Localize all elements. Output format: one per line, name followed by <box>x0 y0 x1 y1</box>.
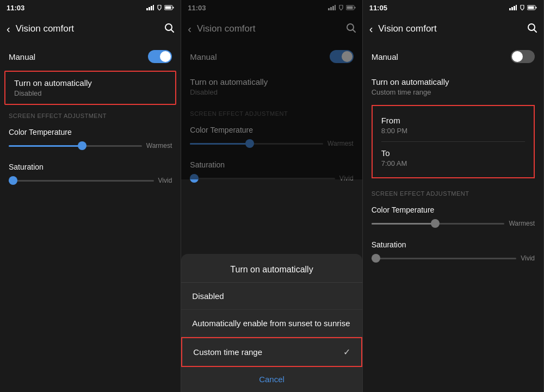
search-button-1[interactable] <box>164 23 174 35</box>
svg-rect-6 <box>173 7 174 9</box>
saturation-slider-1: Saturation Vivid <box>0 157 181 192</box>
saturation-track-3[interactable] <box>372 258 517 259</box>
status-icons-3 <box>509 5 537 10</box>
section-header-1: SCREEN EFFECT ADJUSTMENT <box>0 105 181 122</box>
svg-rect-3 <box>153 5 154 10</box>
cancel-label[interactable]: Cancel <box>259 375 285 384</box>
color-temp-slider-1: Color Temperature Warmest <box>0 122 181 157</box>
option-label-custom: Custom time range <box>193 347 262 357</box>
svg-rect-18 <box>509 8 511 10</box>
section-header-3: SCREEN EFFECT ADJUSTMENT <box>363 183 543 200</box>
color-temp-container-3: Warmest <box>372 220 535 227</box>
manual-label-3: Manual <box>372 52 398 61</box>
to-value: 7:00 AM <box>381 159 525 167</box>
bottom-sheet-title-2: Turn on automatically <box>181 254 362 283</box>
sheet-option-custom[interactable]: Custom time range ✓ <box>181 337 362 367</box>
saturation-label-1: Saturation <box>9 163 172 171</box>
svg-line-8 <box>171 30 174 32</box>
svg-rect-21 <box>516 5 517 10</box>
to-label: To <box>381 148 525 158</box>
search-button-3[interactable] <box>527 23 537 35</box>
from-block[interactable]: From 8:00 PM <box>373 109 534 141</box>
toggle-knob-1 <box>160 51 171 62</box>
svg-rect-24 <box>535 7 536 9</box>
content-1: Manual Turn on automatically Disabled SC… <box>0 42 181 392</box>
turn-on-auto-row-3[interactable]: Turn on automatically Custom time range <box>363 71 543 103</box>
option-label-disabled: Disabled <box>192 291 224 301</box>
panel-1: 11:03 ‹ Vision comfort Manual Turn on au… <box>0 0 181 392</box>
color-temp-label-1: Color Temperature <box>9 128 172 136</box>
dim-overlay-2 <box>181 0 362 179</box>
manual-toggle-1[interactable] <box>148 50 172 63</box>
svg-rect-23 <box>528 7 534 9</box>
svg-rect-19 <box>511 7 513 10</box>
svg-rect-5 <box>165 7 171 9</box>
manual-row-3[interactable]: Manual <box>363 42 543 71</box>
page-title-1: Vision comfort <box>16 23 159 34</box>
cancel-button-row[interactable]: Cancel <box>181 367 362 392</box>
sheet-option-sunset[interactable]: Automatically enable from sunset to sunr… <box>181 310 362 337</box>
svg-point-7 <box>165 24 172 30</box>
saturation-container-1: Vivid <box>9 177 172 184</box>
from-label: From <box>381 116 525 125</box>
svg-rect-20 <box>514 6 515 10</box>
color-temp-end-1: Warmest <box>146 142 172 150</box>
color-temp-end-3: Warmest <box>509 220 535 227</box>
top-bar-1: ‹ Vision comfort <box>0 15 181 42</box>
back-button-3[interactable]: ‹ <box>369 23 373 35</box>
option-label-sunset: Automatically enable from sunset to sunr… <box>192 319 350 328</box>
svg-rect-1 <box>149 7 150 10</box>
svg-rect-0 <box>146 8 148 10</box>
bottom-sheet-2: Turn on automatically Disabled Automatic… <box>181 254 362 392</box>
saturation-container-3: Vivid <box>372 254 535 262</box>
sheet-option-disabled[interactable]: Disabled <box>181 283 362 310</box>
status-bar-3: 11:05 <box>363 0 543 15</box>
color-temp-slider-3: Color Temperature Warmest <box>363 200 543 235</box>
manual-row-1[interactable]: Manual <box>0 42 181 71</box>
manual-toggle-3[interactable] <box>511 50 535 63</box>
color-temp-container-1: Warmest <box>9 142 172 150</box>
status-bar-1: 11:03 <box>0 0 181 15</box>
turn-on-auto-title-1: Turn on automatically <box>14 78 166 88</box>
toggle-knob-3 <box>512 51 523 62</box>
status-time-1: 11:03 <box>7 4 24 12</box>
saturation-track-1[interactable] <box>9 180 154 182</box>
check-icon-custom: ✓ <box>343 347 350 357</box>
manual-label-1: Manual <box>9 52 35 61</box>
svg-rect-2 <box>151 6 152 10</box>
status-icons-1 <box>146 5 174 10</box>
status-time-3: 11:05 <box>369 4 387 12</box>
top-bar-3: ‹ Vision comfort <box>363 15 543 42</box>
color-temp-label-3: Color Temperature <box>372 206 535 214</box>
turn-on-auto-subtitle-1: Disabled <box>14 89 166 97</box>
turn-on-auto-subtitle-3: Custom time range <box>372 88 535 96</box>
color-temp-track-1[interactable] <box>9 145 142 147</box>
back-button-1[interactable]: ‹ <box>7 23 10 35</box>
svg-point-25 <box>528 24 535 30</box>
content-3: Manual Turn on automatically Custom time… <box>363 42 543 392</box>
saturation-slider-3: Saturation Vivid <box>363 235 543 270</box>
turn-on-auto-title-3: Turn on automatically <box>372 77 535 86</box>
page-title-3: Vision comfort <box>378 23 522 34</box>
panel-3: 11:05 ‹ Vision comfort Manual Turn on au… <box>363 0 544 392</box>
color-temp-track-3[interactable] <box>372 223 505 225</box>
turn-on-auto-row-1[interactable]: Turn on automatically Disabled <box>4 71 176 105</box>
saturation-end-3: Vivid <box>521 254 535 262</box>
time-range-box[interactable]: From 8:00 PM To 7:00 AM <box>372 105 535 178</box>
saturation-end-1: Vivid <box>158 177 172 184</box>
saturation-label-3: Saturation <box>372 240 535 249</box>
to-block[interactable]: To 7:00 AM <box>373 142 534 174</box>
svg-line-26 <box>534 30 536 32</box>
from-value: 8:00 PM <box>381 127 525 135</box>
panel-2: 11:03 ‹ Vision comfort Manual Turn on au… <box>181 0 362 392</box>
